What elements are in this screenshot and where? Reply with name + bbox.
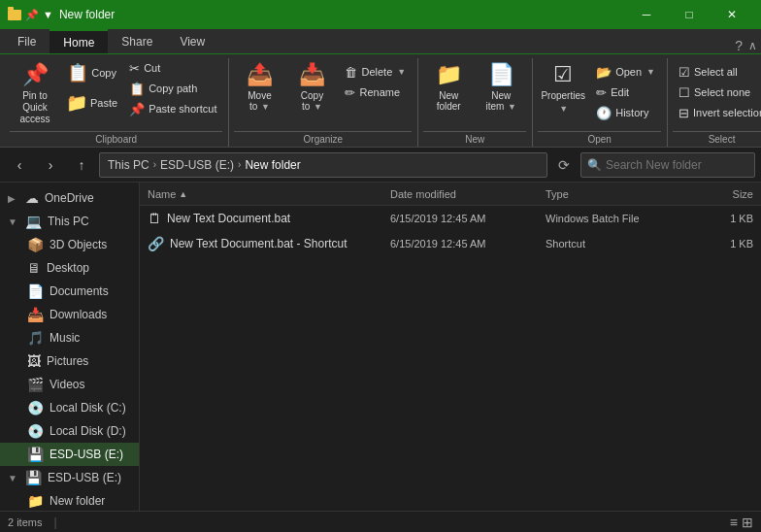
downloads-icon: 📥 xyxy=(27,307,44,322)
search-icon: 🔍 xyxy=(587,158,602,172)
open-button[interactable]: 📂 Open ▼ xyxy=(590,62,661,82)
move-icon: 📤 xyxy=(247,62,273,87)
path-chevron-2: › xyxy=(238,159,241,170)
delete-icon: 🗑 xyxy=(345,65,357,80)
copy-icon: 📋 xyxy=(67,62,88,83)
tab-share[interactable]: Share xyxy=(108,29,166,53)
select-none-button[interactable]: ☐ Select none xyxy=(673,83,761,102)
grid-view-icon[interactable]: ⊞ xyxy=(742,515,753,530)
select-all-button[interactable]: ☑ Select all xyxy=(673,62,761,82)
col-header-name[interactable]: Name ▲ xyxy=(140,183,382,205)
table-row[interactable]: 🔗 New Text Document.bat - Shortcut 6/15/… xyxy=(140,231,761,256)
ribbon-tabs: File Home Share View ? ∧ xyxy=(0,29,761,54)
rename-button[interactable]: ✏ Rename xyxy=(339,83,412,102)
new-item-button[interactable]: 📄 Newitem ▼ xyxy=(476,58,526,116)
path-part-esd[interactable]: ESD-USB (E:) xyxy=(160,158,234,172)
expand-icon-thispc: ▼ xyxy=(8,216,17,227)
file-name-1: New Text Document.bat - Shortcut xyxy=(170,237,347,250)
sidebar-item-esdusbE2[interactable]: ▼ 💾 ESD-USB (E:) xyxy=(0,466,139,489)
col-header-date[interactable]: Date modified xyxy=(382,183,538,205)
properties-label: Properties xyxy=(541,90,585,101)
refresh-button[interactable]: ⟳ xyxy=(551,152,577,178)
address-bar[interactable]: This PC › ESD-USB (E:) › New folder xyxy=(99,152,547,178)
expand-icon: ▶ xyxy=(8,193,17,204)
new-folder-button[interactable]: 📁 Newfolder xyxy=(423,58,474,116)
pin-button[interactable]: 📌 Pin to Quickaccess xyxy=(10,58,60,129)
col-header-type[interactable]: Type xyxy=(538,183,683,205)
sidebar-item-newfolder[interactable]: 📁 New folder xyxy=(0,489,139,511)
music-icon: 🎵 xyxy=(27,330,44,346)
quick-access-bar: 📌 ▼ xyxy=(8,9,53,21)
delete-dropdown-icon: ▼ xyxy=(397,67,406,77)
file-icon-0: 🗒 xyxy=(148,211,161,226)
clipboard-label: Clipboard xyxy=(10,131,222,147)
file-name-0: New Text Document.bat xyxy=(167,212,290,225)
move-to-label: Moveto ▼ xyxy=(248,90,271,112)
statusbar: 2 items | ≡ ⊞ xyxy=(0,511,761,532)
select-none-icon: ☐ xyxy=(678,85,690,100)
sidebar-item-desktop[interactable]: 🖥 Desktop xyxy=(0,256,139,280)
sidebar-item-videos[interactable]: 🎬 Videos xyxy=(0,373,139,396)
delete-button[interactable]: 🗑 Delete ▼ xyxy=(339,62,412,82)
select-col: ☑ Select all ☐ Select none ⊟ Invert sele… xyxy=(673,58,761,122)
expand-icon-esd: ▼ xyxy=(8,473,17,483)
ribbon-group-new: 📁 Newfolder 📄 Newitem ▼ New xyxy=(419,58,533,147)
history-button[interactable]: 🕐 History xyxy=(590,103,661,122)
help-icon[interactable]: ? xyxy=(735,38,743,53)
cut-button[interactable]: ✂ Cut xyxy=(123,58,222,78)
sidebar-item-3dobjects[interactable]: 📦 3D Objects xyxy=(0,233,139,256)
pin-icon: 📌 xyxy=(22,62,49,87)
paste-button[interactable]: 📁 Paste xyxy=(62,88,121,117)
sidebar-item-documents[interactable]: 📄 Documents xyxy=(0,280,139,303)
forward-button[interactable]: › xyxy=(37,151,64,179)
col-name-label: Name xyxy=(148,188,176,200)
paste-shortcut-button[interactable]: 📌 Paste shortcut xyxy=(123,99,222,118)
properties-icon: ☑ xyxy=(553,62,573,87)
tab-home[interactable]: Home xyxy=(50,29,108,53)
sidebar-item-pictures[interactable]: 🖼 Pictures xyxy=(0,349,139,373)
table-row[interactable]: 🗒 New Text Document.bat 6/15/2019 12:45 … xyxy=(140,206,761,231)
copy-button[interactable]: 📋 Copy xyxy=(62,58,121,87)
sidebar-item-onedrive[interactable]: ▶ ☁ OneDrive xyxy=(0,186,139,210)
up-button[interactable]: ↑ xyxy=(68,151,95,179)
videos-icon: 🎬 xyxy=(27,377,44,392)
col-date-label: Date modified xyxy=(390,188,456,200)
sidebar-item-thispc[interactable]: ▼ 💻 This PC xyxy=(0,210,139,233)
view-toggle: ≡ ⊞ xyxy=(730,515,753,530)
properties-button[interactable]: ☑ Properties ▼ xyxy=(538,58,588,117)
collapse-ribbon-icon[interactable]: ∧ xyxy=(748,39,757,52)
edit-button[interactable]: ✏ Edit xyxy=(590,83,661,102)
sidebar-item-esdusbE[interactable]: 💾 ESD-USB (E:) xyxy=(0,443,139,466)
move-to-button[interactable]: 📤 Moveto ▼ xyxy=(234,58,284,116)
qa-arrow[interactable]: ▼ xyxy=(43,9,53,20)
qa-pin[interactable]: 📌 xyxy=(25,9,39,21)
tab-view[interactable]: View xyxy=(166,29,218,53)
file-date-0: 6/15/2019 12:45 AM xyxy=(390,213,485,224)
organize-col2: 🗑 Delete ▼ ✏ Rename xyxy=(339,58,412,102)
tab-file[interactable]: File xyxy=(4,29,50,53)
col-size-label: Size xyxy=(733,188,753,200)
sidebar-item-music[interactable]: 🎵 Music xyxy=(0,326,139,349)
file-date-cell-0: 6/15/2019 12:45 AM xyxy=(382,213,538,224)
close-button[interactable]: ✕ xyxy=(711,0,753,29)
sidebar-item-localdiskd[interactable]: 💿 Local Disk (D:) xyxy=(0,419,139,443)
new-item-label: Newitem ▼ xyxy=(486,90,516,112)
maximize-button[interactable]: □ xyxy=(668,0,711,29)
invert-selection-button[interactable]: ⊟ Invert selection xyxy=(673,103,761,122)
search-bar[interactable]: 🔍 xyxy=(580,152,755,178)
list-view-icon[interactable]: ≡ xyxy=(730,515,738,530)
minimize-button[interactable]: ─ xyxy=(625,0,668,29)
filelist: Name ▲ Date modified Type Size 🗒 New Tex… xyxy=(140,183,761,511)
col-header-size[interactable]: Size xyxy=(683,183,761,205)
cut-label: Cut xyxy=(144,62,160,74)
sidebar-item-downloads[interactable]: 📥 Downloads xyxy=(0,303,139,326)
search-input[interactable] xyxy=(606,158,748,172)
back-button[interactable]: ‹ xyxy=(6,151,33,179)
copy-to-button[interactable]: 📥 Copyto ▼ xyxy=(286,58,337,116)
path-part-newfolder[interactable]: New folder xyxy=(245,158,300,172)
sidebar-item-localdiskc[interactable]: 💿 Local Disk (C:) xyxy=(0,396,139,419)
path-part-thispc[interactable]: This PC xyxy=(108,158,149,172)
history-label: History xyxy=(615,107,648,118)
move-dropdown-icon: ▼ xyxy=(258,102,269,112)
copy-path-button[interactable]: 📋 Copy path xyxy=(123,79,222,98)
